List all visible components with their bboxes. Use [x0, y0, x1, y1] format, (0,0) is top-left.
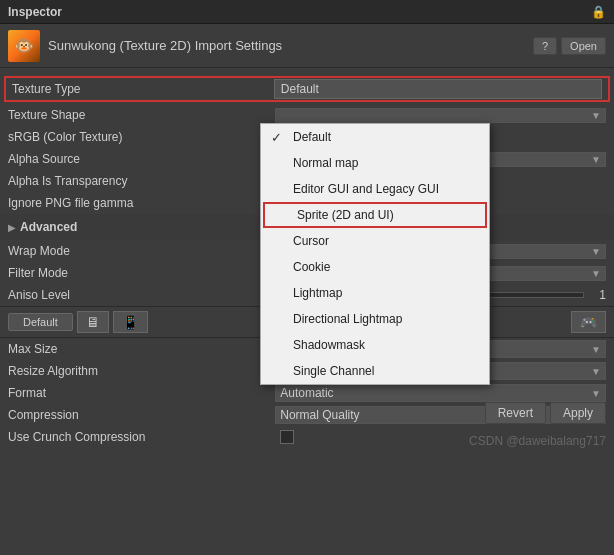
texture-type-dropdown: ✓ Default Normal map Editor GUI and Lega…	[260, 123, 490, 385]
advanced-arrow: ▶	[8, 222, 16, 233]
dropdown-arrow6: ▼	[591, 366, 601, 377]
dropdown-item-dirlightmap[interactable]: Directional Lightmap	[261, 306, 489, 332]
aniso-value: 1	[588, 288, 606, 302]
advanced-label: Advanced	[20, 220, 77, 234]
alpha-source-label: Alpha Source	[8, 152, 275, 166]
texture-shape-label: Texture Shape	[8, 108, 275, 122]
title-bar: Inspector 🔒	[0, 0, 614, 24]
dropdown-arrow2: ▼	[591, 154, 601, 165]
header-row: 🐵 Sunwukong (Texture 2D) Import Settings…	[0, 24, 614, 68]
dropdown-item-default[interactable]: ✓ Default	[261, 124, 489, 150]
dropdown-item-lightmap[interactable]: Lightmap	[261, 280, 489, 306]
filter-mode-label: Filter Mode	[8, 266, 275, 280]
dropdown-item-sprite[interactable]: Sprite (2D and UI)	[263, 202, 487, 228]
header-buttons: ? Open	[533, 37, 606, 55]
title-bar-icons: 🔒	[591, 5, 606, 19]
monitor-tab[interactable]: 🖥	[77, 311, 109, 333]
dropdown-item-cursor[interactable]: Cursor	[261, 228, 489, 254]
texture-type-value[interactable]: Default	[274, 79, 602, 99]
no-check2	[271, 182, 287, 196]
crunch-checkbox[interactable]	[280, 430, 294, 444]
main-content: Texture Type Default Texture Shape ▼ sRG…	[0, 68, 614, 452]
texture-type-label: Texture Type	[12, 82, 274, 96]
texture-type-row: Texture Type Default	[4, 76, 610, 102]
no-check3	[275, 208, 291, 222]
dropdown-arrow: ▼	[591, 110, 601, 121]
no-check6	[271, 286, 287, 300]
dropdown-arrow5: ▼	[591, 344, 601, 355]
srgb-label: sRGB (Color Texture)	[8, 130, 276, 144]
aniso-level-label: Aniso Level	[8, 288, 280, 302]
open-button[interactable]: Open	[561, 37, 606, 55]
asset-emoji: 🐵	[14, 36, 34, 55]
dropdown-arrow3: ▼	[591, 246, 601, 257]
dropdown-item-shadowmask[interactable]: Shadowmask	[261, 332, 489, 358]
footer-buttons: Revert Apply	[485, 402, 606, 424]
compression-label: Compression	[8, 408, 275, 422]
lock-icon[interactable]: 🔒	[591, 5, 606, 19]
png-gamma-label: Ignore PNG file gamma	[8, 196, 276, 210]
no-check5	[271, 260, 287, 274]
help-button[interactable]: ?	[533, 37, 557, 55]
watermark: CSDN @daweibalang717	[469, 434, 606, 448]
dropdown-item-normalmap[interactable]: Normal map	[261, 150, 489, 176]
dropdown-arrow7: ▼	[591, 388, 601, 399]
dropdown-item-cookie[interactable]: Cookie	[261, 254, 489, 280]
dropdown-item-singlechannel[interactable]: Single Channel	[261, 358, 489, 384]
format-value[interactable]: Automatic ▼	[275, 384, 606, 402]
header-title: Sunwukong (Texture 2D) Import Settings	[48, 38, 282, 53]
mobile-tab[interactable]: 📱	[113, 311, 148, 333]
max-size-label: Max Size	[8, 342, 275, 356]
no-check	[271, 156, 287, 170]
dropdown-item-editorgui[interactable]: Editor GUI and Legacy GUI	[261, 176, 489, 202]
apply-button[interactable]: Apply	[550, 402, 606, 424]
texture-shape-value[interactable]: ▼	[275, 108, 606, 123]
no-check7	[271, 312, 287, 326]
revert-button[interactable]: Revert	[485, 402, 546, 424]
default-tab[interactable]: Default	[8, 313, 73, 331]
format-row: Format Automatic ▼	[0, 382, 614, 404]
no-check8	[271, 338, 287, 352]
no-check4	[271, 234, 287, 248]
check-icon: ✓	[271, 130, 287, 145]
console-tab[interactable]: 🎮	[571, 311, 606, 333]
title-bar-text: Inspector	[8, 5, 62, 19]
format-label: Format	[8, 386, 275, 400]
no-check9	[271, 364, 287, 378]
wrap-mode-label: Wrap Mode	[8, 244, 275, 258]
resize-algo-label: Resize Algorithm	[8, 364, 275, 378]
alpha-transparency-label: Alpha Is Transparency	[8, 174, 276, 188]
dropdown-arrow4: ▼	[591, 268, 601, 279]
asset-icon: 🐵	[8, 30, 40, 62]
crunch-label: Use Crunch Compression	[8, 430, 276, 444]
